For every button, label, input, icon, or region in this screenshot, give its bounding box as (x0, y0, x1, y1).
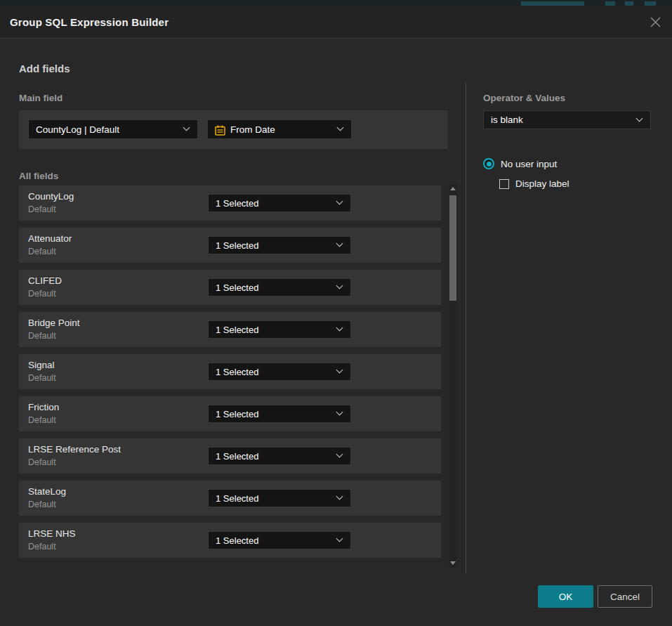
radio-selected-icon (483, 158, 494, 169)
scroll-down-arrow-icon[interactable] (450, 561, 456, 565)
field-name: LRSE Reference Post (28, 444, 121, 455)
chevron-down-icon (336, 198, 343, 205)
chevron-down-icon (336, 493, 343, 500)
chevron-down-icon (336, 535, 343, 542)
field-row: Signal Default 1 Selected (19, 354, 441, 389)
no-user-input-radio[interactable]: No user input (483, 158, 557, 169)
scroll-up-arrow-icon[interactable] (450, 187, 456, 190)
field-selected-dropdown[interactable]: 1 Selected (208, 363, 351, 381)
chevron-down-icon (337, 124, 344, 131)
field-row: LRSE Reference Post Default 1 Selected (19, 438, 441, 474)
no-user-input-label: No user input (501, 159, 557, 169)
field-selected-value: 1 Selected (216, 409, 258, 419)
field-selected-value: 1 Selected (216, 493, 258, 504)
field-selected-dropdown[interactable]: 1 Selected (208, 489, 351, 507)
main-field-source-value: CountyLog | Default (36, 124, 119, 135)
field-row: Friction Default 1 Selected (19, 396, 441, 431)
field-row: LRSE NHS Default 1 Selected (19, 523, 441, 558)
main-field-source-dropdown[interactable]: CountyLog | Default (28, 119, 198, 139)
field-name: Attenuator (28, 233, 72, 244)
field-subtitle: Default (28, 415, 56, 425)
chevron-down-icon (336, 325, 343, 332)
field-row: CountyLog Default 1 Selected (19, 185, 441, 221)
chevron-down-icon (336, 451, 343, 458)
background-app-strip (0, 0, 672, 6)
operator-value: is blank (491, 115, 523, 125)
field-name: CLIFED (28, 275, 62, 286)
field-name: Signal (28, 360, 55, 370)
add-fields-heading: Add fields (19, 63, 70, 74)
ok-button[interactable]: OK (538, 585, 593, 608)
field-subtitle: Default (28, 457, 56, 467)
checkbox-unchecked-icon (499, 179, 509, 189)
field-selected-dropdown[interactable]: 1 Selected (208, 278, 351, 296)
field-selected-value: 1 Selected (216, 367, 258, 377)
field-subtitle: Default (28, 331, 56, 341)
field-subtitle: Default (28, 247, 56, 256)
chevron-down-icon (636, 115, 643, 122)
chevron-down-icon (336, 282, 343, 289)
field-name: Friction (28, 402, 59, 412)
field-selected-dropdown[interactable]: 1 Selected (208, 447, 351, 465)
main-field-label: Main field (19, 93, 62, 103)
chevron-down-icon (336, 367, 343, 374)
field-subtitle: Default (28, 204, 56, 214)
field-name: StateLog (28, 486, 66, 497)
field-name: LRSE NHS (28, 528, 76, 539)
field-selected-dropdown[interactable]: 1 Selected (208, 531, 351, 549)
display-label-checkbox[interactable]: Display label (499, 178, 569, 189)
field-selected-dropdown[interactable]: 1 Selected (208, 194, 351, 212)
scrollbar-thumb[interactable] (449, 195, 456, 301)
chevron-down-icon (336, 409, 343, 416)
field-selected-value: 1 Selected (216, 198, 258, 209)
chevron-down-icon (183, 124, 190, 131)
vertical-divider (466, 83, 466, 573)
close-button[interactable] (645, 12, 665, 32)
field-row: StateLog Default 1 Selected (19, 481, 441, 516)
dialog-title: Group SQL Expression Builder (10, 16, 169, 28)
field-selected-value: 1 Selected (216, 282, 258, 293)
field-selected-dropdown[interactable]: 1 Selected (208, 320, 351, 339)
calendar-icon (214, 124, 226, 136)
field-selected-value: 1 Selected (216, 240, 258, 251)
field-row: Attenuator Default 1 Selected (19, 228, 441, 263)
close-icon (650, 16, 661, 28)
field-selected-dropdown[interactable]: 1 Selected (208, 405, 351, 423)
field-selected-value: 1 Selected (216, 325, 258, 335)
group-sql-expression-builder-dialog: Group SQL Expression Builder Add fields … (0, 6, 672, 626)
cancel-button[interactable]: Cancel (598, 585, 652, 608)
dialog-titlebar: Group SQL Expression Builder (0, 6, 672, 39)
main-field-field-dropdown[interactable]: From Date (207, 119, 352, 139)
operator-values-heading: Operator & Values (483, 93, 565, 103)
operator-dropdown[interactable]: is blank (483, 110, 651, 129)
field-selected-value: 1 Selected (216, 451, 258, 462)
field-selected-dropdown[interactable]: 1 Selected (208, 236, 351, 254)
field-name: CountyLog (28, 191, 74, 202)
chevron-down-icon (336, 240, 343, 247)
field-name: Bridge Point (28, 318, 80, 328)
field-subtitle: Default (28, 500, 56, 509)
main-field-panel: CountyLog | Default From Date (19, 110, 448, 149)
field-selected-value: 1 Selected (216, 535, 258, 546)
all-fields-list: CountyLog Default 1 Selected Attenuator … (19, 185, 441, 563)
field-subtitle: Default (28, 373, 56, 383)
field-row: Bridge Point Default 1 Selected (19, 312, 441, 347)
all-fields-label: All fields (19, 171, 58, 181)
field-subtitle: Default (28, 289, 56, 299)
main-field-field-value: From Date (230, 124, 275, 135)
list-scrollbar[interactable] (449, 184, 457, 568)
field-subtitle: Default (28, 542, 56, 552)
field-row: CLIFED Default 1 Selected (19, 270, 441, 305)
display-label-label: Display label (515, 178, 569, 189)
